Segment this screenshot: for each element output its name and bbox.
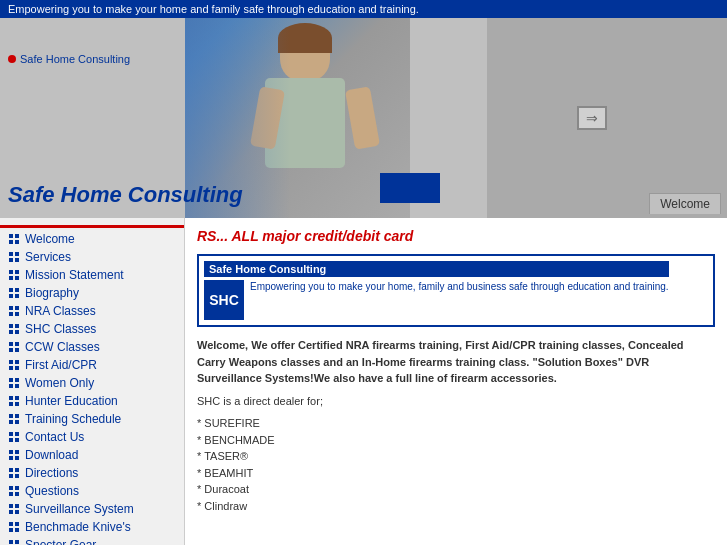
grid-icon-9 xyxy=(8,377,20,389)
svg-rect-40 xyxy=(9,414,13,418)
welcome-paragraph: Welcome, We offer Certified NRA firearms… xyxy=(197,337,715,387)
svg-rect-26 xyxy=(9,348,13,352)
sidebar-item-shc[interactable]: SHC Classes xyxy=(0,320,184,338)
svg-rect-55 xyxy=(15,474,19,478)
grid-icon-2 xyxy=(8,251,20,263)
svg-rect-60 xyxy=(9,504,13,508)
grid-icon-12 xyxy=(8,431,20,443)
dealer-item-3: * BEAMHIT xyxy=(197,465,715,482)
svg-rect-32 xyxy=(9,378,13,382)
svg-rect-47 xyxy=(15,438,19,442)
sidebar-item-specter[interactable]: Specter Gear xyxy=(0,536,184,545)
welcome-text-block: Welcome, We offer Certified NRA firearms… xyxy=(197,337,715,514)
grid-icon xyxy=(8,233,20,245)
sidebar-item-women[interactable]: Women Only xyxy=(0,374,184,392)
grid-icon-16 xyxy=(8,503,20,515)
svg-rect-54 xyxy=(9,474,13,478)
svg-rect-14 xyxy=(9,294,13,298)
grid-icon-5 xyxy=(8,305,20,317)
grid-icon-14 xyxy=(8,467,20,479)
sidebar-item-benchmade[interactable]: Benchmade Knive's xyxy=(0,518,184,536)
dealer-item-2: * TASER® xyxy=(197,448,715,465)
sidebar-item-training[interactable]: Training Schedule xyxy=(0,410,184,428)
shc-box-header: Safe Home Consulting xyxy=(204,261,669,277)
svg-rect-37 xyxy=(15,396,19,400)
svg-rect-68 xyxy=(9,540,13,544)
svg-rect-64 xyxy=(9,522,13,526)
grid-icon-7 xyxy=(8,341,20,353)
welcome-tab: Welcome xyxy=(649,193,721,214)
svg-rect-1 xyxy=(15,234,19,238)
svg-rect-62 xyxy=(9,510,13,514)
grid-icon-18 xyxy=(8,539,20,545)
svg-rect-35 xyxy=(15,384,19,388)
sidebar-item-surveillance[interactable]: Surveillance System xyxy=(0,500,184,518)
svg-rect-11 xyxy=(15,276,19,280)
sidebar-item-firstaid[interactable]: First Aid/CPR xyxy=(0,356,184,374)
content-area: RS... ALL major credit/debit card Safe H… xyxy=(185,218,727,545)
sidebar-item-download[interactable]: Download xyxy=(0,446,184,464)
sidebar-item-directions[interactable]: Directions xyxy=(0,464,184,482)
svg-rect-43 xyxy=(15,420,19,424)
grid-icon-13 xyxy=(8,449,20,461)
dealer-intro: SHC is a direct dealer for; xyxy=(197,393,715,410)
sidebar-item-mission[interactable]: Mission Statement xyxy=(0,266,184,284)
svg-rect-10 xyxy=(9,276,13,280)
svg-rect-9 xyxy=(15,270,19,274)
svg-rect-22 xyxy=(9,330,13,334)
svg-rect-36 xyxy=(9,396,13,400)
grid-icon-17 xyxy=(8,521,20,533)
svg-rect-12 xyxy=(9,288,13,292)
forward-arrow-button[interactable]: ⇒ xyxy=(577,106,607,130)
sidebar-item-welcome[interactable]: Welcome xyxy=(0,230,184,248)
site-name-small: Safe Home Consulting xyxy=(8,53,130,65)
header-right: ⇒ Welcome xyxy=(487,18,727,218)
dealer-item-5: * Clindraw xyxy=(197,498,715,515)
sidebar-item-questions[interactable]: Questions xyxy=(0,482,184,500)
svg-rect-48 xyxy=(9,450,13,454)
grid-icon-4 xyxy=(8,287,20,299)
sidebar-item-services[interactable]: Services xyxy=(0,248,184,266)
svg-rect-41 xyxy=(15,414,19,418)
svg-rect-16 xyxy=(9,306,13,310)
svg-rect-46 xyxy=(9,438,13,442)
grid-icon-10 xyxy=(8,395,20,407)
grid-icon-6 xyxy=(8,323,20,335)
svg-rect-15 xyxy=(15,294,19,298)
svg-rect-51 xyxy=(15,456,19,460)
main-content: Welcome Services Mission Statement Biogr… xyxy=(0,218,727,545)
svg-rect-56 xyxy=(9,486,13,490)
dealer-item-4: * Duracoat xyxy=(197,481,715,498)
svg-rect-30 xyxy=(9,366,13,370)
sidebar: Welcome Services Mission Statement Biogr… xyxy=(0,218,185,545)
shc-info-box: Safe Home Consulting SHC Empowering you … xyxy=(197,254,715,327)
svg-rect-53 xyxy=(15,468,19,472)
sidebar-item-contact[interactable]: Contact Us xyxy=(0,428,184,446)
svg-rect-49 xyxy=(15,450,19,454)
svg-rect-44 xyxy=(9,432,13,436)
svg-rect-23 xyxy=(15,330,19,334)
shc-logo: SHC xyxy=(204,280,244,320)
svg-rect-6 xyxy=(9,258,13,262)
sidebar-item-hunter[interactable]: Hunter Education xyxy=(0,392,184,410)
svg-rect-13 xyxy=(15,288,19,292)
banner-text: Empowering you to make your home and fam… xyxy=(8,3,419,15)
svg-rect-66 xyxy=(9,528,13,532)
dealer-item-1: * BENCHMADE xyxy=(197,432,715,449)
svg-rect-67 xyxy=(15,528,19,532)
svg-rect-50 xyxy=(9,456,13,460)
svg-rect-52 xyxy=(9,468,13,472)
svg-rect-61 xyxy=(15,504,19,508)
svg-rect-65 xyxy=(15,522,19,526)
sidebar-item-biography[interactable]: Biography xyxy=(0,284,184,302)
svg-rect-17 xyxy=(15,306,19,310)
svg-rect-4 xyxy=(9,252,13,256)
header: Safe Home Consulting ⇒ Welcome Safe Ho xyxy=(0,18,727,218)
svg-rect-27 xyxy=(15,348,19,352)
svg-rect-25 xyxy=(15,342,19,346)
svg-rect-57 xyxy=(15,486,19,490)
svg-rect-29 xyxy=(15,360,19,364)
sidebar-item-nra[interactable]: NRA Classes xyxy=(0,302,184,320)
svg-rect-21 xyxy=(15,324,19,328)
sidebar-item-ccw[interactable]: CCW Classes xyxy=(0,338,184,356)
